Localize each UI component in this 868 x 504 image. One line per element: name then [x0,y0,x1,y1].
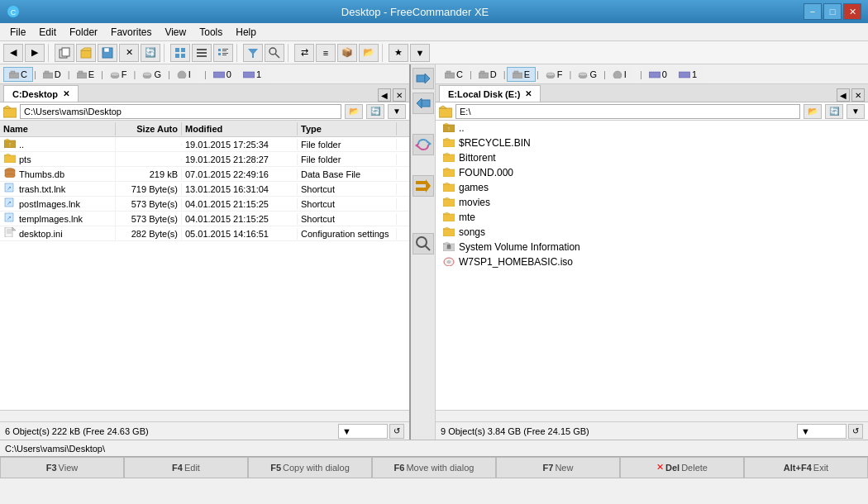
right-drive-g[interactable]: G [572,67,603,82]
tb-view1[interactable] [170,44,190,62]
table-row[interactable]: Bittorent [436,150,868,165]
left-drive-0[interactable]: 0 [207,67,237,82]
table-row[interactable]: ↗ templmages.lnk 573 Byte(s) 04.01.2015 … [0,212,409,226]
right-tab-e[interactable]: E:Local Disk (E:) ✕ [439,85,541,102]
svg-point-80 [613,71,622,78]
left-refresh-btn[interactable]: ↺ [389,424,404,439]
table-row[interactable]: W7SP1_HOMEBASIC.iso [436,254,868,269]
right-path-input[interactable] [455,104,800,119]
left-view-dropdown[interactable]: ▼ [338,424,388,439]
left-panel-close[interactable]: ✕ [393,88,406,102]
right-drive-e[interactable]: E [507,67,536,82]
left-drive-i[interactable]: I [171,67,197,82]
mid-sync[interactable] [413,134,434,155]
table-row[interactable]: games [436,180,868,195]
right-drive-1[interactable]: 1 [673,67,703,82]
table-row[interactable]: ↑ .. [436,121,868,136]
tb-pack[interactable]: 📦 [337,44,357,62]
minimize-button[interactable]: − [804,3,822,20]
table-row[interactable]: ↗ trash.txt.lnk 719 Byte(s) 13.01.2015 1… [0,182,409,197]
right-drive-d[interactable]: D [473,67,503,82]
left-drive-1[interactable]: 1 [237,67,267,82]
right-panel-scroll-left[interactable]: ◀ [837,88,850,102]
right-drive-c[interactable]: C [439,67,469,82]
tb-sync[interactable]: ⇄ [294,44,314,62]
mid-move-right[interactable] [413,175,434,197]
left-path-history[interactable]: ▼ [388,104,406,119]
table-row[interactable]: mte [436,210,868,225]
col-name[interactable]: Name [0,122,116,136]
right-view-dropdown[interactable]: ▼ [797,424,847,439]
right-panel-close[interactable]: ✕ [851,88,865,102]
tb-copy1[interactable] [55,44,74,62]
f3-view-button[interactable]: F3 View [0,457,124,478]
table-row[interactable]: ↗ postImages.lnk 573 Byte(s) 04.01.2015 … [0,197,409,212]
menu-favorites[interactable]: Favorites [104,25,158,40]
tb-compare[interactable]: ≡ [316,44,336,62]
mid-copy-left[interactable] [413,93,434,114]
tb-search[interactable] [265,44,284,62]
tb-extra[interactable]: ▼ [410,44,430,62]
tb-unpack[interactable]: 📂 [359,44,379,62]
del-delete-button[interactable]: ✕ Del Delete [620,457,744,478]
left-tab-close[interactable]: ✕ [63,89,69,98]
table-row[interactable]: FOUND.000 [436,165,868,180]
menu-tools[interactable]: Tools [193,25,229,40]
menu-view[interactable]: View [158,25,193,40]
left-drive-g[interactable]: G [136,67,167,82]
right-tab-close[interactable]: ✕ [525,89,532,98]
right-path-browse[interactable]: 📂 [804,104,822,119]
left-path-input[interactable] [20,104,341,119]
left-drive-d[interactable]: D [37,67,67,82]
tb-bookmark[interactable]: ★ [389,44,408,62]
table-row[interactable]: Thumbs.db 219 kB 07.01.2015 22:49:16 Dat… [0,167,409,182]
left-path-browse[interactable]: 📂 [345,104,363,119]
table-row[interactable]: movies [436,195,868,210]
left-drive-c[interactable]: C [3,67,33,82]
tb-filter[interactable] [243,44,263,62]
altf4-exit-button[interactable]: Alt+F4 Exit [744,457,868,478]
f4-edit-button[interactable]: F4 Edit [124,457,248,478]
right-hscrollbar[interactable] [436,410,868,421]
f6-move-button[interactable]: F6 Move with dialog [372,457,496,478]
table-row[interactable]: ↑ .. 19.01.2015 17:25:34 File folder [0,137,409,152]
tb-refresh[interactable]: 🔄 [141,44,160,62]
f5-copy-button[interactable]: F5 Copy with dialog [248,457,372,478]
col-size[interactable]: Size Auto [116,122,182,136]
menu-edit[interactable]: Edit [32,25,63,40]
tb-open[interactable] [76,44,96,62]
back-button[interactable]: ◀ [3,44,23,62]
forward-button[interactable]: ▶ [25,44,45,62]
close-button[interactable]: ✕ [843,3,861,20]
right-path-history[interactable]: ▼ [847,104,865,119]
f7-new-button[interactable]: F7 New [496,457,620,478]
menu-folder[interactable]: Folder [63,25,104,40]
left-hscrollbar[interactable] [0,410,409,421]
table-row[interactable]: pts 19.01.2015 21:28:27 File folder [0,152,409,167]
tb-view2[interactable] [192,44,212,62]
col-type[interactable]: Type [298,122,397,136]
table-row[interactable]: System Volume Information [436,240,868,254]
right-drive-0[interactable]: 0 [643,67,673,82]
mid-search[interactable] [413,233,434,254]
tb-delete[interactable]: ✕ [119,44,139,62]
menu-file[interactable]: File [3,25,32,40]
left-drive-e[interactable]: E [71,67,100,82]
mid-copy-right[interactable] [413,68,434,89]
maximize-button[interactable]: □ [823,3,842,20]
right-drive-f[interactable]: F [540,67,569,82]
left-panel-scroll-left[interactable]: ◀ [378,88,391,102]
left-drive-f[interactable]: F [104,67,133,82]
menu-help[interactable]: Help [229,25,263,40]
right-drive-i[interactable]: I [607,67,632,82]
tb-save[interactable] [98,44,117,62]
left-tab-desktop[interactable]: C:Desktop ✕ [3,85,79,102]
left-path-refresh[interactable]: 🔄 [366,104,384,119]
right-path-refresh[interactable]: 🔄 [825,104,843,119]
table-row[interactable]: songs [436,225,868,240]
table-row[interactable]: $RECYCLE.BIN [436,136,868,150]
col-modified[interactable]: Modified [182,122,298,136]
table-row[interactable]: desktop.ini 282 Byte(s) 05.01.2015 14:16… [0,226,409,241]
right-refresh-btn[interactable]: ↺ [848,424,863,439]
tb-view3[interactable] [213,44,233,62]
